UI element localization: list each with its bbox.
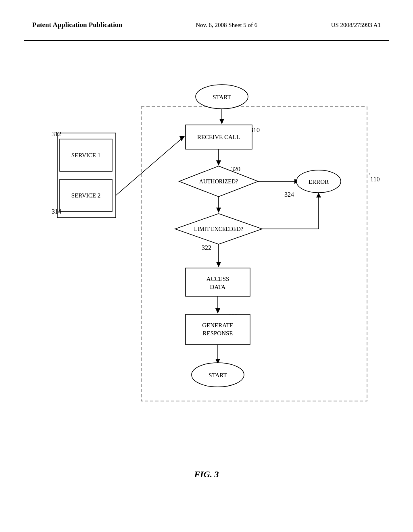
patent-diagram: 110 ⌐ 312 SERVICE 1 SERVICE 2 314 START … [24,52,389,451]
start-top-label: START [213,94,231,100]
publication-number: US 2008/275993 A1 [331,22,381,29]
label-314: 314 [52,208,61,215]
svg-text:⌐: ⌐ [369,170,372,177]
service2-label: SERVICE 2 [71,192,101,199]
svg-marker-10 [179,136,185,141]
svg-marker-7 [219,119,224,124]
svg-marker-22 [316,193,321,197]
limit-exceeded-label: LIMIT EXCEEDED? [194,226,243,232]
svg-marker-24 [216,262,221,267]
svg-marker-12 [216,160,221,166]
figure-label: FIG. 3 [194,469,219,480]
label-324: 324 [284,191,294,198]
flowchart-svg: 110 ⌐ 312 SERVICE 1 SERVICE 2 314 START … [24,52,389,447]
label-312: 312 [52,131,61,137]
generate-response-label: GENERATE [202,322,234,328]
svg-marker-28 [215,308,220,314]
page-header: Patent Application Publication Nov. 6, 2… [0,21,413,29]
label-322: 322 [202,244,211,251]
svg-rect-29 [186,314,250,345]
svg-rect-25 [186,268,250,296]
start-bottom-label: START [209,372,227,378]
header-divider [24,40,389,41]
svg-line-9 [116,137,184,195]
error-label: ERROR [309,179,329,185]
service1-label: SERVICE 1 [71,152,101,158]
publication-title: Patent Application Publication [32,21,122,29]
label-110: 110 [370,176,380,183]
publication-date-sheet: Nov. 6, 2008 Sheet 5 of 6 [196,22,257,29]
svg-rect-0 [141,107,367,401]
svg-text:DATA: DATA [210,284,226,290]
access-data-label: ACCESS [206,276,229,282]
svg-text:RESPONSE: RESPONSE [202,330,233,337]
svg-marker-18 [216,208,221,213]
receive-call-label: RECEIVE CALL [197,134,240,140]
authorized-label: AUTHORIZED? [199,179,238,185]
